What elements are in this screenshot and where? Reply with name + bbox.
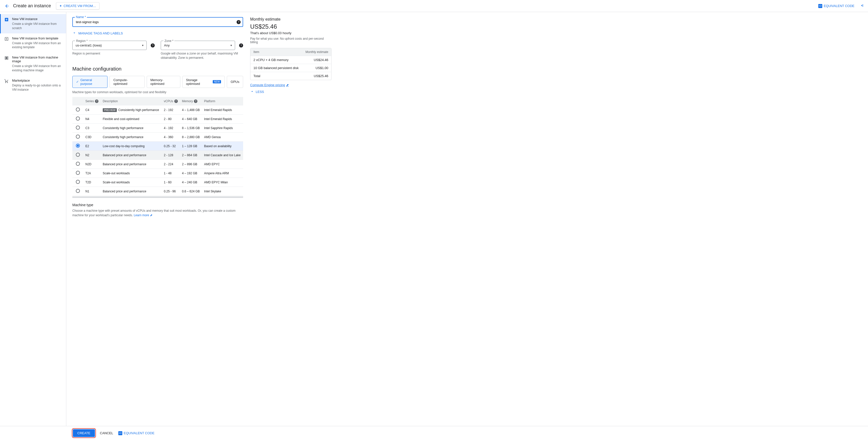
svg-rect-3 — [6, 57, 7, 59]
tab-label: Compute-optimised — [113, 78, 141, 86]
nav-title: New VM instance from template — [12, 36, 62, 40]
create-button[interactable]: CREATE — [73, 429, 95, 437]
external-link-icon: ⬈ — [286, 83, 289, 87]
region-select[interactable]: Region * us-central1 (Iowa) — [72, 41, 147, 50]
radio-button[interactable] — [76, 180, 80, 184]
help-icon[interactable]: ? — [174, 99, 178, 103]
estimate-cost: US$25.46 — [314, 74, 328, 78]
series-memory: 4 – 192 GB — [180, 169, 202, 178]
radio-button[interactable] — [76, 126, 80, 130]
region-value: us-central1 (Iowa) — [75, 43, 102, 47]
radio-button[interactable] — [76, 107, 80, 112]
check-icon: ✓ — [76, 80, 79, 84]
series-memory: 0.6 – 624 GB — [180, 187, 202, 196]
name-input[interactable] — [72, 17, 243, 27]
radio-button[interactable] — [76, 144, 80, 148]
tab-compute-optimised[interactable]: Compute-optimised — [110, 76, 145, 88]
page-title: Create an instance — [13, 3, 51, 8]
series-desc: Consistently high performance — [101, 124, 162, 133]
zone-select[interactable]: Zone * Any — [161, 41, 235, 50]
equivalent-code-button-footer[interactable]: <> EQUIVALENT CODE — [118, 431, 154, 435]
series-name: E2 — [83, 142, 101, 151]
tab-general-purpose[interactable]: ✓General purpose — [72, 76, 107, 88]
help-icon[interactable]: ? — [95, 99, 98, 103]
estimate-row: TotalUS$25.46 — [250, 72, 331, 80]
create-vm-from-label: CREATE VM FROM… — [64, 4, 96, 8]
tab-storage-optimised[interactable]: Storage optimisedNEW — [182, 76, 225, 88]
nav-item-0[interactable]: New VM instance Create a single VM insta… — [0, 14, 66, 33]
radio-button[interactable] — [76, 117, 80, 121]
th-vcpus: vCPUs — [164, 99, 173, 103]
nav-item-1[interactable]: New VM instance from template Create a s… — [0, 33, 66, 53]
series-row-n4[interactable]: N4 Flexible and cost-optimised 2 - 80 4 … — [72, 115, 243, 124]
less-toggle[interactable]: LESS — [250, 89, 332, 94]
cancel-button[interactable]: CANCEL — [100, 431, 113, 435]
estimate-th-cost: Monthly estimate — [305, 50, 328, 54]
series-row-n1[interactable]: N1 Balanced price and performance 0.25 -… — [72, 187, 243, 196]
nav-desc: Create a single VM instance from an exis… — [12, 64, 62, 72]
nav-item-2[interactable]: New VM instance from machine image Creat… — [0, 53, 66, 75]
tab-gpus[interactable]: GPUs — [227, 76, 243, 88]
series-name: T2A — [83, 169, 101, 178]
series-row-c3[interactable]: C3 Consistently high performance 4 - 192… — [72, 124, 243, 133]
series-memory: 1 – 128 GB — [180, 142, 202, 151]
zone-hint: Google will choose a zone on your behalf… — [161, 52, 243, 60]
nav-desc: Create a single VM instance from an exis… — [12, 41, 62, 50]
create-vm-from-button[interactable]: ✦ CREATE VM FROM… — [56, 2, 99, 9]
series-row-e2[interactable]: E2 Low-cost day-to-day computing 0.25 - … — [72, 142, 243, 151]
series-row-c4[interactable]: C4 PREVIEWConsistently high performance … — [72, 105, 243, 115]
series-vcpus: 1 - 48 — [162, 169, 180, 178]
help-icon[interactable]: ? — [239, 43, 243, 48]
tab-memory-optimised[interactable]: Memory-optimised — [147, 76, 180, 88]
footer-bar: CREATE CANCEL <> EQUIVALENT CODE — [0, 426, 868, 440]
horizontal-scrollbar[interactable] — [72, 196, 243, 198]
left-navigation: New VM instance Create a single VM insta… — [0, 12, 66, 440]
series-row-n2d[interactable]: N2D Balanced price and performance 2 - 2… — [72, 160, 243, 169]
help-icon[interactable]: ? — [237, 20, 241, 24]
series-memory: 4 – 240 GB — [180, 178, 202, 187]
preview-badge: PREVIEW — [103, 108, 117, 112]
help-icon[interactable]: ? — [151, 43, 155, 48]
manage-tags-toggle[interactable]: MANAGE TAGS AND LABELS — [72, 31, 243, 36]
compute-pricing-link[interactable]: Compute Engine pricing ⬈ — [250, 83, 289, 87]
collapse-panel-icon[interactable] — [860, 3, 864, 8]
series-row-c3d[interactable]: C3D Consistently high performance 4 - 36… — [72, 133, 243, 142]
learn-more-link[interactable]: Learn more ⬈ — [134, 214, 152, 217]
series-platform: Intel Emerald Rapids — [202, 115, 243, 124]
code-icon: <> — [118, 431, 122, 435]
series-row-t2a[interactable]: T2A Scale-out workloads 1 - 48 4 – 192 G… — [72, 169, 243, 178]
equivalent-code-label: EQUIVALENT CODE — [824, 4, 855, 8]
series-name: N1 — [83, 187, 101, 196]
series-name: N4 — [83, 115, 101, 124]
series-memory: 8 – 2,880 GB — [180, 133, 202, 142]
series-desc: Balanced price and performance — [101, 160, 162, 169]
estimate-table: Item Monthly estimate 2 vCPU + 4 GB memo… — [250, 48, 332, 80]
series-vcpus: 4 - 360 — [162, 133, 180, 142]
series-row-n2[interactable]: N2 Balanced price and performance 2 - 12… — [72, 151, 243, 160]
series-platform: Intel Cascade and Ice Lake — [202, 151, 243, 160]
radio-button[interactable] — [76, 162, 80, 166]
series-platform: Intel Skylake — [202, 187, 243, 196]
th-series: Series — [85, 99, 94, 103]
equivalent-code-button-top[interactable]: <> EQUIVALENT CODE — [818, 4, 855, 8]
radio-button[interactable] — [76, 189, 80, 193]
series-vcpus: 2 - 80 — [162, 115, 180, 124]
less-label: LESS — [256, 90, 264, 94]
series-row-t2d[interactable]: T2D Scale-out workloads 1 - 60 4 – 240 G… — [72, 178, 243, 187]
help-icon[interactable]: ? — [194, 99, 197, 103]
tab-label: General purpose — [81, 78, 104, 86]
radio-button[interactable] — [76, 135, 80, 138]
sparkle-icon: ✦ — [59, 4, 62, 8]
external-link-icon: ⬈ — [150, 214, 152, 217]
name-field-label: Name * — [75, 15, 87, 19]
image-box-icon — [4, 56, 9, 61]
estimate-heading: Monthly estimate — [250, 17, 332, 22]
chevron-up-icon — [250, 89, 254, 94]
series-desc: Low-cost day-to-day computing — [101, 142, 162, 151]
cart-icon — [4, 78, 9, 84]
plus-box-icon — [4, 17, 9, 22]
nav-item-3[interactable]: Marketplace Deploy a ready-to-go solutio… — [0, 75, 66, 95]
radio-button[interactable] — [76, 171, 80, 175]
radio-button[interactable] — [76, 153, 80, 157]
back-arrow-icon[interactable] — [4, 3, 10, 9]
